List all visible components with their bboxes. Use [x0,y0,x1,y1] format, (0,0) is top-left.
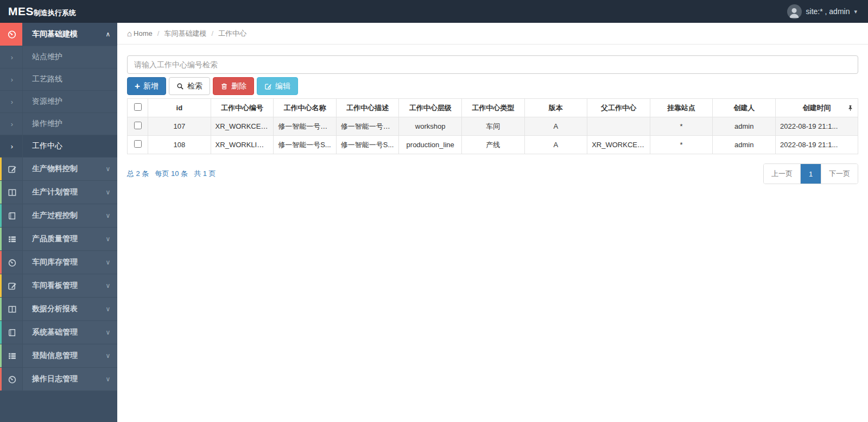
column-header-created-label: 创建时间 [803,104,831,112]
cell-version: A [524,136,587,154]
list-icon [0,228,23,250]
table-row[interactable]: 108 XR_WORKLINE... 修一智能一号S... 修一智能一号S...… [128,136,858,154]
book-icon [0,204,23,227]
chevron-down-icon: ∨ [99,368,117,390]
chevron-down-icon: ∨ [99,344,117,367]
main-content: ⌂ Home / 车间基础建模 / 工作中心 + 新增 检索 [117,23,868,422]
sidebar-item-inventory-management[interactable]: 车间库存管理 ∨ [0,251,117,274]
cell-type: 车间 [461,117,524,136]
sidebar-subitem-resource-maintenance[interactable]: › 资源维护 [0,91,117,113]
sidebar-item-system-management[interactable]: 系统基础管理 ∨ [0,321,117,344]
breadcrumb-home-label: Home [134,29,153,37]
chevron-down-icon: ∨ [99,228,117,250]
trash-icon [220,83,228,90]
home-icon: ⌂ [127,29,132,38]
sidebar-subitem-process-route[interactable]: › 工艺路线 [0,68,117,91]
cell-parent [587,117,650,136]
sidebar-item-quality-management[interactable]: 产品质量管理 ∨ [0,228,117,251]
search-button[interactable]: 检索 [169,77,210,95]
add-button[interactable]: + 新增 [127,77,166,95]
sidebar-subitem-operation-maintenance[interactable]: › 操作维护 [0,113,117,135]
breadcrumb-home-link[interactable]: ⌂ Home [127,29,153,38]
list-icon [0,344,23,367]
work-center-table: id 工作中心编号 工作中心名称 工作中心描述 工作中心层级 工作中心类型 版本… [127,98,858,154]
toolbar: + 新增 检索 删除 编辑 [127,77,858,95]
sidebar-item-process-control[interactable]: 生产过程控制 ∨ [0,204,117,228]
cell-version: A [524,117,587,136]
plus-icon: + [135,81,140,91]
brand-secondary: 制造执行系统 [34,9,76,17]
summary-total: 总 2 条 [127,169,149,179]
sidebar-item-label: 生产物料控制 [23,158,99,180]
page-1-button[interactable]: 1 [801,164,821,184]
sidebar-subitem-station-maintenance[interactable]: › 站点维护 [0,46,117,68]
column-header-creator: 创建人 [713,99,776,117]
cell-name: 修一智能一号车间 [274,117,337,136]
select-all-checkbox[interactable] [134,103,142,111]
search-icon [176,83,184,90]
pin-icon[interactable] [847,104,854,111]
row-checkbox[interactable] [134,122,142,129]
chevron-right-icon: › [0,68,23,90]
sidebar-filler [0,391,117,422]
delete-button[interactable]: 删除 [213,77,254,95]
column-header-station: 挂靠站点 [650,99,713,117]
cell-station: * [650,117,713,136]
table-row[interactable]: 107 XR_WORKCEN... 修一智能一号车间 修一智能一号车间 work… [128,117,858,136]
cell-level: workshop [399,117,462,136]
chevron-right-icon: › [0,46,23,68]
breadcrumb-level1-link[interactable]: 车间基础建模 [164,29,206,39]
dashboard-icon [0,368,23,390]
cell-desc: 修一智能一号车间 [336,117,399,136]
cell-level: production_line [399,136,462,154]
chevron-down-icon: ∨ [99,321,117,344]
cell-desc: 修一智能一号S... [336,136,399,154]
column-header-created: 创建时间 [776,99,858,117]
cell-parent: XR_WORKCEN... [587,136,650,154]
sidebar-nav-list: 生产物料控制 ∨ 生产计划管理 ∨ 生产过程控制 ∨ 产品质量管理 ∨ 车间库存… [0,158,117,391]
next-page-button[interactable]: 下一页 [821,164,858,184]
sidebar-item-label: 数据分析报表 [23,298,99,320]
cell-id: 108 [148,136,211,154]
breadcrumb-current: 工作中心 [218,29,246,39]
book-icon [0,321,23,344]
column-header-parent: 父工作中心 [587,99,650,117]
search-input[interactable] [127,55,858,74]
sidebar-subitem-work-center[interactable]: › 工作中心 [0,135,117,158]
sidebar-item-material-control[interactable]: 生产物料控制 ∨ [0,158,117,181]
sidebar-item-label: 车间基础建模 [23,23,99,46]
row-checkbox[interactable] [134,140,142,148]
sidebar-item-label: 车间看板管理 [23,274,99,297]
sidebar-item-kanban-management[interactable]: 车间看板管理 ∨ [0,274,117,298]
edit-icon [264,83,272,90]
sidebar-item-label: 生产过程控制 [23,204,99,227]
chevron-down-icon: ∨ [99,298,117,320]
cell-station: * [650,136,713,154]
sidebar-item-operation-log-management[interactable]: 操作日志管理 ∨ [0,368,117,391]
sidebar-subitem-label: 资源维护 [23,91,117,112]
chevron-right-icon: › [0,113,23,135]
sidebar-subitem-label: 操作维护 [23,113,117,135]
sidebar-item-analytics-reports[interactable]: 数据分析报表 ∨ [0,298,117,321]
pagination: 上一页 1 下一页 [763,163,858,184]
column-header-desc: 工作中心描述 [336,99,399,117]
user-menu[interactable]: site:* , admin ▾ [787,4,868,19]
summary-pages: 共 1 页 [194,169,216,179]
cell-id: 107 [148,117,211,136]
chevron-right-icon: › [0,135,23,157]
dashboard-icon [0,251,23,274]
pagination-summary: 总 2 条 每页 10 条 共 1 页 [127,169,216,179]
sidebar-item-plan-management[interactable]: 生产计划管理 ∨ [0,181,117,204]
cell-creator: admin [713,117,776,136]
cell-created: 2022-08-19 21:1... [776,136,858,154]
prev-page-button[interactable]: 上一页 [764,164,801,184]
sidebar-item-login-info-management[interactable]: 登陆信息管理 ∨ [0,344,117,368]
sidebar-item-workshop-modeling[interactable]: 车间基础建模 ∧ [0,23,117,46]
columns-icon [0,181,23,204]
edit-button[interactable]: 编辑 [257,77,298,95]
search-button-label: 检索 [187,81,202,91]
add-button-label: 新增 [143,81,159,91]
app-logo[interactable]: MES制造执行系统 [0,5,117,18]
cell-type: 产线 [461,136,524,154]
sidebar-item-label: 车间库存管理 [23,251,99,274]
